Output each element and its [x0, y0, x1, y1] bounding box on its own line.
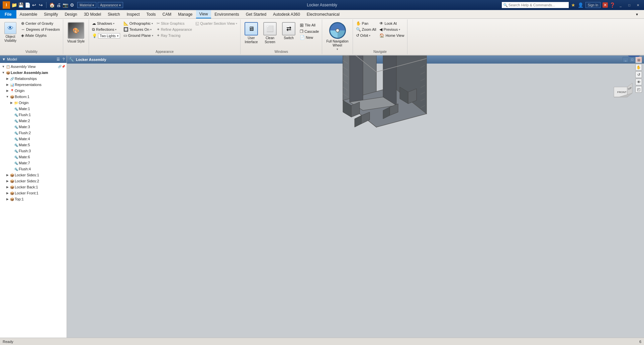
two-lights-select[interactable]: Two Lights ▾ [98, 33, 120, 38]
textures-on-button[interactable]: 🔲 Textures On ▾ [122, 27, 154, 32]
navigation-cube[interactable]: FRONT TOP [607, 80, 634, 107]
search-input[interactable] [502, 2, 569, 8]
tree-mate-7[interactable]: 🔩 Mate:7 [0, 160, 67, 166]
menu-tools[interactable]: Tools [143, 10, 159, 18]
menu-inspect[interactable]: Inspect [123, 10, 143, 18]
window-maximize-button[interactable]: □ [626, 2, 633, 8]
app-icon[interactable]: I [3, 1, 10, 9]
object-visibility-button[interactable]: 👁 ObjectVisibility [2, 21, 19, 44]
tree-mate-4[interactable]: 🔩 Mate:4 [0, 136, 67, 142]
toolbar-home-icon[interactable]: 🏠 [49, 2, 55, 8]
toolbar-file-icon[interactable]: 📁 [11, 2, 17, 8]
look-tool-button[interactable]: 👁 [635, 79, 642, 85]
toolbar-user-icon[interactable]: 👤 [578, 2, 583, 8]
tree-locker-back-1[interactable]: ▶ 📦 Locker Back:1 [0, 184, 67, 190]
user-interface-button[interactable]: 🖥 UserInterface [243, 21, 260, 46]
tree-mate-6[interactable]: 🔩 Mate:6 [0, 154, 67, 160]
tree-origin[interactable]: ▶ 📍 Origin [0, 88, 67, 94]
slice-graphics-button[interactable]: ✂ Slice Graphics [156, 21, 193, 26]
two-lights-button[interactable]: 💡 Two Lights ▾ [91, 33, 121, 39]
menu-file[interactable]: File [0, 10, 16, 18]
material-dropdown[interactable]: Material ▾ [77, 2, 96, 8]
menu-3dmodel[interactable]: 3D Model [81, 10, 104, 18]
tree-locker-assembly-iam[interactable]: ▼ 📦 Locker Assembly.iam [0, 70, 67, 76]
tree-bottom-origin[interactable]: ▶ 📁 Origin [0, 100, 67, 106]
menu-sketch[interactable]: Sketch [104, 10, 123, 18]
tree-locker-sides-2[interactable]: ▶ 📦 Locker Sides:2 [0, 178, 67, 184]
window-close-button[interactable]: ✕ [635, 2, 641, 8]
tree-mate-3[interactable]: 🔩 Mate:3 [0, 124, 67, 130]
tile-all-button[interactable]: ⊞ Tile All [299, 22, 320, 28]
toolbar-close-x-icon[interactable]: ✕ [603, 2, 608, 8]
new-window-button[interactable]: 📄 New [299, 35, 320, 40]
look-at-button[interactable]: 👁 Look At [378, 21, 405, 26]
sidebar-help-icon[interactable]: ? [63, 57, 65, 61]
tree-locker-front-1[interactable]: ▶ 📦 Locker Front:1 [0, 190, 67, 196]
tree-assembly-view[interactable]: ▼ 📋 Assembly View 🔗 📌 [0, 64, 67, 70]
menu-assemble[interactable]: Assemble [16, 10, 41, 18]
rotate-tool-button[interactable]: ↺ [635, 71, 642, 78]
ray-tracing-button[interactable]: ✦ Ray Tracing [156, 33, 193, 38]
tree-mate-1[interactable]: 🔩 Mate:1 [0, 106, 67, 112]
appearance-dropdown[interactable]: Appearance ▾ [98, 2, 123, 8]
orthographic-button[interactable]: 📐 Orthographic ▾ [122, 21, 154, 26]
tree-bottom-1[interactable]: ▼ 📦 Bottom:1 [0, 94, 67, 100]
tree-top-1[interactable]: ▶ 📦 Top:1 [0, 196, 67, 202]
previous-button[interactable]: ◀ Previous ▾ [378, 27, 405, 32]
pan-button[interactable]: ✋ Pan [355, 21, 377, 26]
menu-manage[interactable]: Manage [175, 10, 196, 18]
tree-flush-1[interactable]: 🔩 Flush:1 [0, 112, 67, 118]
switch-button[interactable]: ⇄ Switch [280, 21, 297, 41]
ground-plane-button[interactable]: ▭ Ground Plane ▾ [122, 33, 154, 38]
menu-view[interactable]: View [196, 10, 211, 18]
imate-glyphs-button[interactable]: ◈ iMate Glyphs [20, 33, 61, 38]
toolbar-print-icon[interactable]: 🖨 [56, 2, 61, 8]
tree-relationships[interactable]: ▶ 🔗 Relationships [0, 76, 67, 82]
tree-mate-2[interactable]: 🔩 Mate:2 [0, 118, 67, 124]
quarter-section-view-button[interactable]: ◱ Quarter Section View ▾ [194, 21, 238, 26]
menu-autodesk[interactable]: Autodesk A360 [270, 10, 303, 18]
clean-screen-button[interactable]: ⬜ CleanScreen [261, 21, 279, 46]
toolbar-undo-icon[interactable]: ↩ [31, 2, 37, 8]
tree-mate-5[interactable]: 🔩 Mate:5 [0, 142, 67, 148]
menu-electromechanical[interactable]: Electromechanical [303, 10, 343, 18]
shadows-button[interactable]: ☁ Shadows ▾ [91, 21, 121, 26]
tree-flush-4[interactable]: 🔩 Flush:4 [0, 166, 67, 172]
home-view-button[interactable]: 🏠 Home View [378, 33, 405, 38]
view-cube-button[interactable]: ◰ [635, 86, 642, 93]
menu-extra-dropdown[interactable]: ▾ [633, 12, 641, 17]
menu-simplify[interactable]: Simplify [40, 10, 61, 18]
toolbar-new-icon[interactable]: 📄 [25, 2, 30, 8]
menu-design[interactable]: Design [61, 10, 80, 18]
reflections-button[interactable]: ⧉ Reflections ▾ [91, 27, 121, 32]
toolbar-settings-icon[interactable]: ⚙ [69, 2, 75, 8]
tree-flush-2[interactable]: 🔩 Flush:2 [0, 130, 67, 136]
toolbar-cam-icon[interactable]: 📷 [63, 2, 68, 8]
autodesk-brand-icon[interactable] [628, 56, 640, 57]
center-of-gravity-button[interactable]: ⊕ Center of Gravity [20, 21, 61, 26]
tree-representations[interactable]: ▶ 📊 Representations [0, 82, 67, 88]
degrees-of-freedom-button[interactable]: ↔ Degrees of Freedom [20, 27, 61, 32]
viewport-maximize-button[interactable]: □ [629, 57, 635, 62]
menu-get-started[interactable]: Get Started [243, 10, 270, 18]
tree-flush-3[interactable]: 🔩 Flush:3 [0, 148, 67, 154]
pan-tool-button[interactable]: ✋ [635, 64, 642, 71]
toolbar-redo-icon[interactable]: ↪ [38, 2, 43, 8]
zoom-all-button[interactable]: 🔍 Zoom All [355, 27, 377, 32]
viewport-minimize-button[interactable]: _ [623, 57, 629, 62]
toolbar-star-icon[interactable]: ★ [571, 2, 576, 8]
refine-appearance-button[interactable]: ✦ Refine Appearance [156, 27, 193, 32]
toolbar-save-icon[interactable]: 💾 [18, 2, 23, 8]
sign-in-button[interactable]: Sign In [585, 2, 601, 8]
tree-locker-sides-1[interactable]: ▶ 📦 Locker Sides:1 [0, 172, 67, 178]
full-navigation-wheel-button[interactable]: Full NavigationWheel ▾ [324, 21, 350, 52]
menu-cam[interactable]: CAM [159, 10, 175, 18]
zoom-window-button[interactable]: ⊞ [635, 57, 642, 63]
menu-environments[interactable]: Environments [211, 10, 242, 18]
sidebar-filter-icon[interactable]: ☰ [57, 57, 60, 62]
cascade-button[interactable]: ❐ Cascade [299, 29, 320, 34]
visual-style-button[interactable]: 🎨 Visual Style [65, 21, 87, 45]
toolbar-help-icon[interactable]: ❓ [610, 2, 615, 8]
window-minimize-button[interactable]: _ [617, 2, 624, 8]
orbit-button[interactable]: ↺ Orbit ▾ [355, 33, 377, 38]
